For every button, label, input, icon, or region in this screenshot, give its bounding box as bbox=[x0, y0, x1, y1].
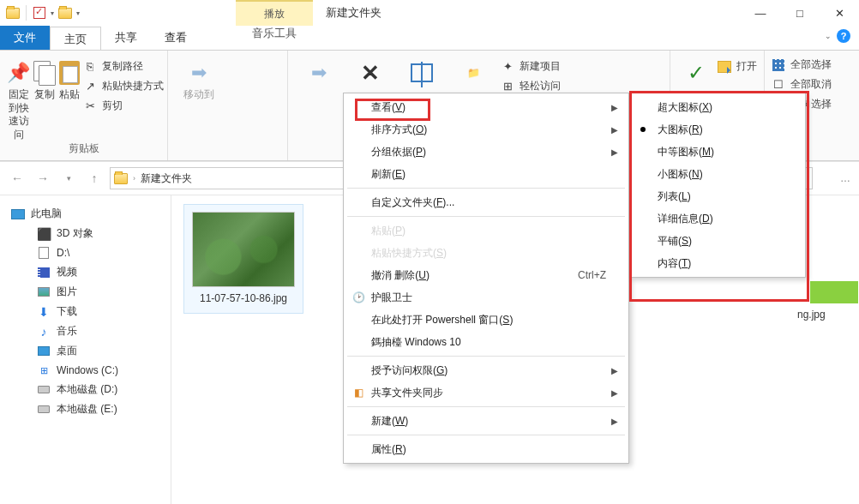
maximize-button[interactable]: □ bbox=[780, 0, 820, 26]
delete-icon: ✕ bbox=[361, 60, 380, 87]
forward-button[interactable]: → bbox=[33, 168, 53, 189]
path-icon: ⎘ bbox=[83, 60, 97, 74]
tab-share[interactable]: 共享 bbox=[101, 26, 151, 50]
chevron-right-icon: ▶ bbox=[611, 147, 618, 157]
menu-share-sync[interactable]: ◧共享文件夹同步▶ bbox=[345, 381, 627, 404]
properties-icon[interactable] bbox=[32, 3, 47, 22]
titlebar: ▾ ▾ 播放 新建文件夹 — □ ✕ bbox=[0, 0, 859, 26]
tree-this-pc[interactable]: 此电脑 bbox=[0, 204, 171, 224]
tree-item[interactable]: ⬇下载 bbox=[0, 302, 171, 321]
tree-item[interactable]: D:\ bbox=[0, 243, 171, 262]
context-tab-play: 播放 bbox=[236, 0, 313, 26]
menu-sort[interactable]: 排序方式(O)▶ bbox=[345, 118, 627, 141]
copy-to-icon: ➡ bbox=[311, 62, 327, 84]
qat-dropdown-icon[interactable]: ▾ bbox=[49, 3, 56, 22]
menu-grant-access[interactable]: 授予访问权限(G)▶ bbox=[345, 359, 627, 381]
menu-paste: 粘贴(P) bbox=[345, 219, 627, 242]
view-submenu: 超大图标(X) 大图标(R) 中等图标(M) 小图标(N) 列表(L) 详细信息… bbox=[629, 93, 806, 278]
pin-quick-access-button[interactable]: 📌 固定到快速访问 bbox=[7, 56, 30, 141]
tree-icon bbox=[36, 403, 51, 417]
tree-item[interactable]: ♪音乐 bbox=[0, 321, 171, 341]
chevron-right-icon: ▶ bbox=[611, 103, 618, 112]
tree-item[interactable]: 图片 bbox=[0, 282, 171, 302]
tree-item[interactable]: ⬛3D 对象 bbox=[0, 224, 171, 243]
paste-button[interactable]: 粘贴 bbox=[59, 56, 80, 141]
submenu-tiles[interactable]: 平铺(S) bbox=[632, 230, 803, 252]
pc-icon bbox=[10, 207, 26, 221]
submenu-small-icons[interactable]: 小图标(N) bbox=[632, 163, 803, 185]
recent-dropdown[interactable]: ▾ bbox=[58, 168, 79, 189]
file-name-partial: ng.jpg bbox=[797, 309, 826, 321]
close-button[interactable]: ✕ bbox=[820, 0, 859, 26]
select-all-button[interactable]: 全部选择 bbox=[772, 57, 832, 72]
folder-icon bbox=[114, 173, 128, 184]
minimize-button[interactable]: — bbox=[741, 0, 780, 26]
tab-view[interactable]: 查看 bbox=[151, 26, 201, 50]
move-to-button[interactable]: ➡ 移动到 bbox=[175, 56, 223, 155]
window-controls: — □ ✕ bbox=[741, 0, 859, 26]
submenu-content[interactable]: 内容(T) bbox=[632, 252, 803, 274]
qat-customize-icon[interactable]: ▾ bbox=[75, 3, 81, 22]
menu-customize[interactable]: 自定义文件夹(F)... bbox=[345, 191, 627, 213]
menu-eye-guard[interactable]: 🕑护眼卫士 bbox=[345, 286, 627, 309]
folder-icon[interactable] bbox=[5, 3, 21, 22]
help-icon[interactable]: ? bbox=[837, 29, 850, 43]
menu-win10-pin[interactable]: 鎷抽檯 Windows 10 bbox=[345, 331, 627, 353]
menu-group[interactable]: 分组依据(P)▶ bbox=[345, 141, 627, 163]
quick-access-toolbar: ▾ ▾ bbox=[0, 3, 81, 22]
tab-file[interactable]: 文件 bbox=[0, 26, 50, 50]
check-icon: ✓ bbox=[688, 61, 705, 85]
move-icon: ➡ bbox=[191, 62, 207, 84]
tree-icon: ♪ bbox=[36, 325, 51, 339]
tree-icon bbox=[36, 383, 51, 397]
tab-music-tools[interactable]: 音乐工具 bbox=[236, 26, 313, 41]
cut-button[interactable]: ✂剪切 bbox=[83, 99, 164, 113]
open-button[interactable]: 打开 bbox=[718, 59, 757, 74]
search-truncated: … bbox=[840, 172, 850, 184]
submenu-list[interactable]: 列表(L) bbox=[632, 185, 803, 207]
new-item-icon: ✦ bbox=[501, 60, 514, 74]
submenu-xl-icons[interactable]: 超大图标(X) bbox=[632, 96, 803, 118]
tree-item[interactable]: 视频 bbox=[0, 262, 171, 282]
ribbon-group-organize-left: ➡ 移动到 bbox=[168, 51, 288, 160]
menu-powershell[interactable]: 在此处打开 Powershell 窗口(S) bbox=[345, 309, 627, 331]
chevron-right-icon: ▶ bbox=[611, 417, 618, 426]
ribbon-collapse-icon[interactable]: ⌄ bbox=[825, 32, 832, 40]
copy-button[interactable]: 复制 bbox=[33, 56, 56, 141]
shortcut-icon: ↗ bbox=[83, 80, 97, 93]
menu-view[interactable]: 查看(V)▶ bbox=[345, 96, 627, 118]
menu-refresh[interactable]: 刷新(E) bbox=[345, 163, 627, 185]
easy-access-icon: ⊞ bbox=[501, 80, 514, 93]
menu-undo-delete[interactable]: 撤消 删除(U)Ctrl+Z bbox=[345, 264, 627, 286]
sync-icon: ◧ bbox=[351, 387, 366, 399]
bullet-icon bbox=[640, 127, 646, 132]
submenu-details[interactable]: 详细信息(D) bbox=[632, 207, 803, 230]
submenu-medium-icons[interactable]: 中等图标(M) bbox=[632, 141, 803, 163]
copy-path-button[interactable]: ⎘复制路径 bbox=[83, 59, 164, 74]
file-item-selected[interactable]: 11-07-57-10-86.jpg bbox=[183, 204, 303, 314]
folder-icon[interactable] bbox=[57, 3, 73, 22]
breadcrumb-folder[interactable]: 新建文件夹 bbox=[141, 171, 192, 186]
rename-icon bbox=[411, 63, 433, 82]
breadcrumb-sep: › bbox=[133, 174, 135, 183]
tree-item[interactable]: 本地磁盘 (D:) bbox=[0, 380, 171, 399]
tree-icon: ⊞ bbox=[36, 363, 51, 377]
back-button[interactable]: ← bbox=[7, 168, 27, 189]
submenu-large-icons[interactable]: 大图标(R) bbox=[632, 118, 803, 141]
menu-properties[interactable]: 属性(R) bbox=[345, 438, 627, 460]
tree-item[interactable]: ⊞Windows (C:) bbox=[0, 361, 171, 380]
copy-to-button[interactable]: ➡ bbox=[295, 56, 343, 155]
paste-shortcut-button[interactable]: ↗粘贴快捷方式 bbox=[83, 79, 164, 93]
paste-icon bbox=[59, 61, 80, 85]
tree-item[interactable]: 桌面 bbox=[0, 341, 171, 361]
deselect-button[interactable]: ☐全部取消 bbox=[772, 77, 832, 92]
tree-icon bbox=[36, 266, 51, 279]
new-item-button[interactable]: ✦新建项目 bbox=[501, 59, 561, 74]
menu-new[interactable]: 新建(W)▶ bbox=[345, 410, 627, 432]
easy-access-button[interactable]: ⊞轻松访问 bbox=[501, 79, 561, 93]
tree-item[interactable]: 本地磁盘 (E:) bbox=[0, 399, 171, 419]
tab-home[interactable]: 主页 bbox=[50, 27, 101, 51]
up-button[interactable]: ↑ bbox=[84, 168, 105, 189]
open-icon bbox=[718, 60, 731, 74]
group-label-clipboard: 剪贴板 bbox=[7, 141, 160, 159]
